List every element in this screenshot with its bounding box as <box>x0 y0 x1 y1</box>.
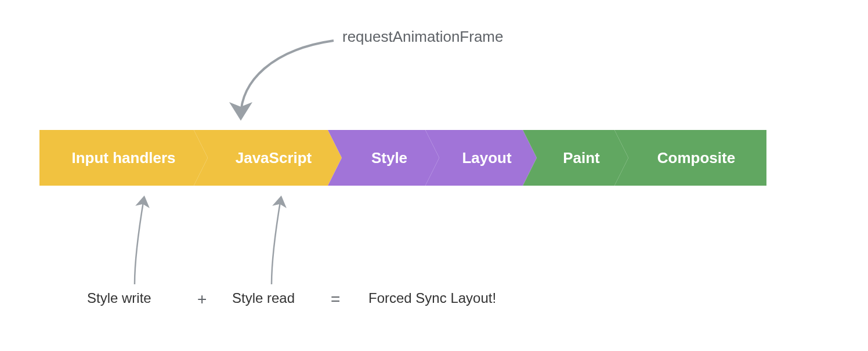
stage-input-handlers: Input handlers <box>39 130 208 186</box>
plus-sign: + <box>197 290 207 309</box>
style-read-label: Style read <box>232 290 295 306</box>
forced-sync-label: Forced Sync Layout! <box>368 290 496 306</box>
style-write-arrow <box>135 198 144 284</box>
style-write-label: Style write <box>87 290 151 306</box>
raf-arrow <box>241 41 334 116</box>
style-read-arrow <box>272 198 281 284</box>
stage-javascript: JavaScript <box>194 130 342 186</box>
stage-layout: Layout <box>425 130 537 186</box>
pipeline-diagram: requestAnimationFrame Input handlers Jav… <box>0 0 868 351</box>
equals-sign: = <box>331 290 340 309</box>
raf-label: requestAnimationFrame <box>342 28 503 46</box>
rendering-pipeline: Input handlers JavaScript Style Layout P… <box>39 130 766 186</box>
stage-style: Style <box>328 130 439 186</box>
stage-paint: Paint <box>523 130 628 186</box>
stage-composite: Composite <box>614 130 766 186</box>
